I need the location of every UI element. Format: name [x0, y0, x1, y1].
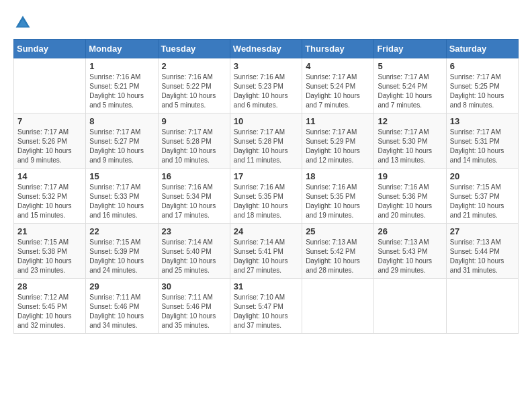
day-number: 14 — [17, 171, 82, 181]
calendar-cell — [374, 279, 446, 334]
day-info: Sunrise: 7:16 AM Sunset: 5:34 PM Dayligh… — [162, 183, 226, 220]
calendar-cell: 7Sunrise: 7:17 AM Sunset: 5:26 PM Daylig… — [14, 113, 86, 169]
calendar-week-row: 1Sunrise: 7:16 AM Sunset: 5:21 PM Daylig… — [14, 58, 519, 113]
day-number: 27 — [450, 226, 515, 236]
day-info: Sunrise: 7:15 AM Sunset: 5:39 PM Dayligh… — [89, 238, 154, 275]
calendar-week-row: 7Sunrise: 7:17 AM Sunset: 5:26 PM Daylig… — [14, 113, 519, 169]
calendar-cell: 12Sunrise: 7:17 AM Sunset: 5:30 PM Dayli… — [374, 113, 446, 169]
day-info: Sunrise: 7:16 AM Sunset: 5:35 PM Dayligh… — [306, 183, 370, 220]
day-info: Sunrise: 7:17 AM Sunset: 5:29 PM Dayligh… — [306, 128, 370, 165]
day-info: Sunrise: 7:10 AM Sunset: 5:47 PM Dayligh… — [234, 293, 298, 330]
calendar-cell: 6Sunrise: 7:17 AM Sunset: 5:25 PM Daylig… — [446, 58, 518, 113]
calendar-cell: 11Sunrise: 7:17 AM Sunset: 5:29 PM Dayli… — [302, 113, 374, 169]
day-info: Sunrise: 7:16 AM Sunset: 5:21 PM Dayligh… — [89, 73, 154, 110]
calendar-cell: 22Sunrise: 7:15 AM Sunset: 5:39 PM Dayli… — [86, 224, 158, 279]
calendar-cell: 21Sunrise: 7:15 AM Sunset: 5:38 PM Dayli… — [14, 224, 86, 279]
calendar-cell: 20Sunrise: 7:15 AM Sunset: 5:37 PM Dayli… — [446, 169, 518, 224]
day-number: 1 — [89, 61, 154, 71]
calendar-cell: 5Sunrise: 7:17 AM Sunset: 5:24 PM Daylig… — [374, 58, 446, 113]
day-number: 24 — [234, 226, 298, 236]
calendar-cell: 19Sunrise: 7:16 AM Sunset: 5:36 PM Dayli… — [374, 169, 446, 224]
day-of-week-header: Saturday — [446, 40, 518, 58]
day-number: 30 — [162, 281, 226, 291]
calendar-cell: 24Sunrise: 7:14 AM Sunset: 5:41 PM Dayli… — [230, 224, 302, 279]
calendar-cell: 14Sunrise: 7:17 AM Sunset: 5:32 PM Dayli… — [14, 169, 86, 224]
day-info: Sunrise: 7:17 AM Sunset: 5:26 PM Dayligh… — [17, 128, 82, 165]
day-number: 7 — [17, 116, 82, 126]
day-info: Sunrise: 7:11 AM Sunset: 5:46 PM Dayligh… — [162, 293, 226, 330]
day-number: 2 — [162, 61, 226, 71]
calendar-header-row: SundayMondayTuesdayWednesdayThursdayFrid… — [14, 40, 519, 58]
calendar-cell: 3Sunrise: 7:16 AM Sunset: 5:23 PM Daylig… — [230, 58, 302, 113]
calendar-cell: 29Sunrise: 7:11 AM Sunset: 5:46 PM Dayli… — [86, 279, 158, 334]
day-number: 9 — [162, 116, 226, 126]
day-number: 28 — [17, 281, 82, 291]
day-number: 12 — [378, 116, 442, 126]
day-info: Sunrise: 7:17 AM Sunset: 5:24 PM Dayligh… — [378, 73, 442, 110]
calendar-cell: 26Sunrise: 7:13 AM Sunset: 5:43 PM Dayli… — [374, 224, 446, 279]
calendar-cell: 8Sunrise: 7:17 AM Sunset: 5:27 PM Daylig… — [86, 113, 158, 169]
day-number: 3 — [234, 61, 298, 71]
day-number: 22 — [89, 226, 154, 236]
day-number: 18 — [306, 171, 370, 181]
day-number: 25 — [306, 226, 370, 236]
day-of-week-header: Friday — [374, 40, 446, 58]
day-info: Sunrise: 7:17 AM Sunset: 5:27 PM Dayligh… — [89, 128, 154, 165]
day-number: 29 — [89, 281, 154, 291]
calendar-cell: 4Sunrise: 7:17 AM Sunset: 5:24 PM Daylig… — [302, 58, 374, 113]
calendar-week-row: 28Sunrise: 7:12 AM Sunset: 5:45 PM Dayli… — [14, 279, 519, 334]
calendar-cell: 1Sunrise: 7:16 AM Sunset: 5:21 PM Daylig… — [86, 58, 158, 113]
day-info: Sunrise: 7:16 AM Sunset: 5:35 PM Dayligh… — [234, 183, 298, 220]
calendar-cell: 2Sunrise: 7:16 AM Sunset: 5:22 PM Daylig… — [158, 58, 230, 113]
day-info: Sunrise: 7:17 AM Sunset: 5:28 PM Dayligh… — [234, 128, 298, 165]
day-number: 20 — [450, 171, 515, 181]
day-of-week-header: Thursday — [302, 40, 374, 58]
day-info: Sunrise: 7:12 AM Sunset: 5:45 PM Dayligh… — [17, 293, 82, 330]
day-number: 11 — [306, 116, 370, 126]
day-number: 23 — [162, 226, 226, 236]
logo-icon — [13, 13, 32, 32]
day-info: Sunrise: 7:17 AM Sunset: 5:28 PM Dayligh… — [162, 128, 226, 165]
day-info: Sunrise: 7:17 AM Sunset: 5:30 PM Dayligh… — [378, 128, 442, 165]
day-of-week-header: Tuesday — [158, 40, 230, 58]
calendar-week-row: 21Sunrise: 7:15 AM Sunset: 5:38 PM Dayli… — [14, 224, 519, 279]
day-info: Sunrise: 7:16 AM Sunset: 5:23 PM Dayligh… — [234, 73, 298, 110]
calendar-cell: 28Sunrise: 7:12 AM Sunset: 5:45 PM Dayli… — [14, 279, 86, 334]
day-number: 13 — [450, 116, 515, 126]
day-info: Sunrise: 7:16 AM Sunset: 5:22 PM Dayligh… — [162, 73, 226, 110]
calendar-cell: 18Sunrise: 7:16 AM Sunset: 5:35 PM Dayli… — [302, 169, 374, 224]
calendar-cell — [446, 279, 518, 334]
calendar-cell — [302, 279, 374, 334]
calendar-cell: 13Sunrise: 7:17 AM Sunset: 5:31 PM Dayli… — [446, 113, 518, 169]
calendar-cell: 9Sunrise: 7:17 AM Sunset: 5:28 PM Daylig… — [158, 113, 230, 169]
day-info: Sunrise: 7:17 AM Sunset: 5:31 PM Dayligh… — [450, 128, 515, 165]
day-number: 6 — [450, 61, 515, 71]
day-info: Sunrise: 7:17 AM Sunset: 5:33 PM Dayligh… — [89, 183, 154, 220]
day-number: 4 — [306, 61, 370, 71]
day-number: 19 — [378, 171, 442, 181]
day-number: 5 — [378, 61, 442, 71]
day-info: Sunrise: 7:17 AM Sunset: 5:32 PM Dayligh… — [17, 183, 82, 220]
day-number: 15 — [89, 171, 154, 181]
calendar-cell — [14, 58, 86, 113]
day-info: Sunrise: 7:11 AM Sunset: 5:46 PM Dayligh… — [89, 293, 154, 330]
day-of-week-header: Wednesday — [230, 40, 302, 58]
calendar-cell: 23Sunrise: 7:14 AM Sunset: 5:40 PM Dayli… — [158, 224, 230, 279]
calendar-table: SundayMondayTuesdayWednesdayThursdayFrid… — [13, 39, 519, 334]
calendar-cell: 10Sunrise: 7:17 AM Sunset: 5:28 PM Dayli… — [230, 113, 302, 169]
day-number: 8 — [89, 116, 154, 126]
day-info: Sunrise: 7:13 AM Sunset: 5:42 PM Dayligh… — [306, 238, 370, 275]
calendar-cell: 16Sunrise: 7:16 AM Sunset: 5:34 PM Dayli… — [158, 169, 230, 224]
day-number: 21 — [17, 226, 82, 236]
calendar-week-row: 14Sunrise: 7:17 AM Sunset: 5:32 PM Dayli… — [14, 169, 519, 224]
day-number: 26 — [378, 226, 442, 236]
calendar-cell: 31Sunrise: 7:10 AM Sunset: 5:47 PM Dayli… — [230, 279, 302, 334]
day-info: Sunrise: 7:17 AM Sunset: 5:25 PM Dayligh… — [450, 73, 515, 110]
day-number: 17 — [234, 171, 298, 181]
calendar-cell: 17Sunrise: 7:16 AM Sunset: 5:35 PM Dayli… — [230, 169, 302, 224]
page-header — [13, 13, 519, 32]
calendar-cell: 25Sunrise: 7:13 AM Sunset: 5:42 PM Dayli… — [302, 224, 374, 279]
day-info: Sunrise: 7:13 AM Sunset: 5:44 PM Dayligh… — [450, 238, 515, 275]
calendar-cell: 30Sunrise: 7:11 AM Sunset: 5:46 PM Dayli… — [158, 279, 230, 334]
day-info: Sunrise: 7:13 AM Sunset: 5:43 PM Dayligh… — [378, 238, 442, 275]
